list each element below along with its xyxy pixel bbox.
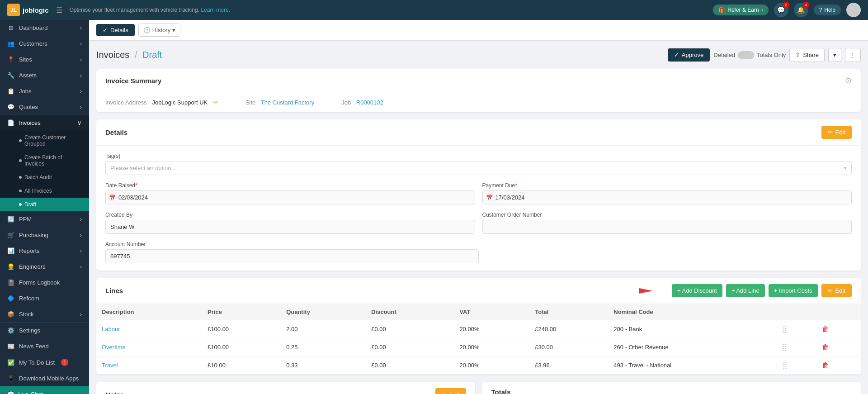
line-description-link[interactable]: Overtime: [102, 344, 126, 351]
lines-edit-button[interactable]: ✏ Edit: [821, 284, 852, 297]
history-icon: 🕐: [143, 27, 151, 33]
promo-link[interactable]: Learn more.: [201, 7, 230, 13]
notes-edit-button[interactable]: ✏ Edit: [435, 388, 466, 394]
sidebar-item-reports[interactable]: 📊Reports ›: [0, 243, 89, 259]
logo[interactable]: JL joblogic: [7, 4, 49, 16]
sidebar-item-create-batch[interactable]: Create Batch of Invoices: [0, 151, 89, 171]
hamburger-icon[interactable]: ☰: [56, 6, 62, 14]
lines-card: Lines + Add Discount + Add Line: [96, 278, 861, 375]
sidebar-item-invoices[interactable]: 📄Invoices ∨: [0, 115, 89, 131]
sidebar-item-stock[interactable]: 📦Stock ›: [0, 306, 89, 322]
check-circle-icon: ✓: [674, 52, 679, 58]
refer-earn-button[interactable]: 🎁 Refer & Earn ›: [713, 5, 768, 15]
reports-icon: 📊: [7, 247, 14, 254]
totals-title: Totals: [491, 388, 511, 394]
date-raised-input[interactable]: [105, 190, 475, 204]
todo-icon: ✅: [7, 359, 14, 366]
sidebar-item-purchasing[interactable]: 🛒Purchasing ›: [0, 227, 89, 243]
chevron-down-icon: ›: [80, 247, 82, 254]
sidebar-item-engineers[interactable]: 👷Engineers ›: [0, 259, 89, 275]
customer-order-input[interactable]: [482, 220, 852, 234]
help-button[interactable]: ? Help: [814, 5, 841, 15]
history-tab[interactable]: 🕐 History ▾: [138, 24, 180, 37]
sidebar-item-forms-logbook[interactable]: 📓Forms Logbook: [0, 275, 89, 290]
jobs-icon: 📋: [7, 88, 14, 95]
col-discount: Discount: [366, 304, 454, 320]
customer-order-label: Customer Order Number: [482, 212, 852, 218]
invoices-icon: 📄: [7, 119, 14, 126]
payment-due-input[interactable]: [482, 190, 852, 204]
sidebar-item-settings[interactable]: ⚙️ Settings: [0, 323, 89, 338]
live-chat-bar[interactable]: 💬 Live Chat: [0, 386, 89, 394]
pencil-icon: ✏: [828, 287, 833, 294]
sidebar-label: Reports: [19, 247, 40, 254]
delete-row-button[interactable]: 🗑: [822, 361, 829, 370]
table-row: Travel £10.00 0.33 £0.00 20.00% £3.96 49…: [96, 356, 861, 375]
sidebar-item-jobs[interactable]: 📋Jobs ›: [0, 83, 89, 99]
share-button[interactable]: ⇧ Share: [789, 48, 825, 62]
import-costs-button[interactable]: + Import Costs: [769, 284, 818, 297]
chat-icon-button[interactable]: 💬 2: [774, 3, 788, 17]
sidebar-item-dashboard[interactable]: ⊞Dashboard ›: [0, 20, 89, 36]
invoice-summary-header: Invoice Summary ⊙: [96, 69, 861, 92]
col-quantity: Quantity: [281, 304, 366, 320]
sidebar-item-draft[interactable]: Draft: [0, 198, 89, 211]
sidebar-item-all-invoices[interactable]: All Invoices: [0, 184, 89, 198]
dot-icon: [19, 159, 22, 162]
user-avatar[interactable]: [846, 3, 861, 17]
sidebar-item-assets[interactable]: 🔧Assets ›: [0, 67, 89, 83]
job-link[interactable]: R0000102: [356, 99, 383, 106]
tags-placeholder: Please select an option...: [110, 165, 176, 171]
sidebar-item-todo[interactable]: ✅ My To-Do List 1: [0, 354, 89, 370]
dates-grid: Date Raised* 📅 Payment Due* 📅: [105, 182, 852, 204]
collapse-button[interactable]: ⊙: [845, 76, 852, 85]
approve-button[interactable]: ✓ Approve: [668, 48, 710, 62]
notes-header: Notes ✏ Edit: [96, 382, 475, 394]
sidebar-item-quotes[interactable]: 💬Quotes ›: [0, 99, 89, 115]
site-link[interactable]: The Custard Factory: [261, 99, 315, 106]
sidebar-item-sites[interactable]: 📍Sites ›: [0, 52, 89, 67]
drag-handle[interactable]: ⣿: [782, 343, 788, 351]
dot-icon: [19, 190, 22, 192]
payment-due-group: Payment Due* 📅: [482, 182, 852, 204]
col-total: Total: [529, 304, 608, 320]
delete-row-button[interactable]: 🗑: [822, 325, 829, 333]
sidebar-item-customers[interactable]: 👥Customers ›: [0, 36, 89, 52]
details-tab[interactable]: ✓ Details: [96, 24, 135, 36]
more-options-button[interactable]: ⋮: [845, 48, 861, 62]
sub-item-label: Create Batch of Invoices: [24, 154, 82, 167]
line-discount: £0.00: [366, 356, 454, 375]
details-edit-button[interactable]: ✏ Edit: [821, 126, 852, 139]
sidebar-item-refcom[interactable]: 🔷Refcom: [0, 290, 89, 306]
account-number-input[interactable]: [105, 249, 479, 263]
lines-table-body: Labour £100.00 2.00 £0.00 20.00% £240.00…: [96, 320, 861, 375]
add-line-button[interactable]: + Add Line: [726, 284, 765, 297]
drag-handle[interactable]: ⣿: [782, 361, 788, 369]
address-edit-icon[interactable]: ✏: [213, 99, 218, 106]
sidebar-item-download-apps[interactable]: 📱 Download Mobile Apps: [0, 370, 89, 386]
sidebar-item-news-feed[interactable]: 📰 News Feed: [0, 338, 89, 354]
payment-due-label: Payment Due*: [482, 182, 852, 189]
detailed-toggle[interactable]: [738, 51, 754, 59]
line-quantity: 0.33: [281, 356, 366, 375]
add-discount-button[interactable]: + Add Discount: [672, 284, 722, 297]
dropdown-button[interactable]: ▾: [828, 48, 841, 62]
creator-grid: Created By Customer Order Number: [105, 212, 852, 234]
sidebar-item-create-customer-grouped[interactable]: Create Customer Grouped: [0, 131, 89, 151]
sidebar-label: Customers: [19, 40, 47, 47]
notification-bell-button[interactable]: 🔔 4: [794, 3, 808, 17]
line-description-link[interactable]: Labour: [102, 326, 120, 332]
line-description-link[interactable]: Travel: [102, 362, 118, 369]
created-by-input[interactable]: [105, 220, 475, 234]
invoice-summary-card: Invoice Summary ⊙ Invoice Address JobLog…: [96, 69, 861, 112]
chevron-down-icon: ›: [80, 216, 82, 223]
delete-row-button[interactable]: 🗑: [822, 343, 829, 351]
drag-handle[interactable]: ⣿: [782, 325, 788, 333]
chat-badge: 2: [783, 2, 789, 8]
sidebar-label: Forms Logbook: [19, 279, 60, 286]
tags-select[interactable]: Please select an option... ▾: [105, 161, 852, 175]
share-icon: ⇧: [795, 52, 800, 58]
top-right-icons: 🎁 Refer & Earn › 💬 2 🔔 4 ? Help: [713, 3, 861, 17]
sidebar-item-ppm[interactable]: 🔄PPM ›: [0, 211, 89, 227]
sidebar-item-batch-audit[interactable]: Batch Audit: [0, 171, 89, 184]
